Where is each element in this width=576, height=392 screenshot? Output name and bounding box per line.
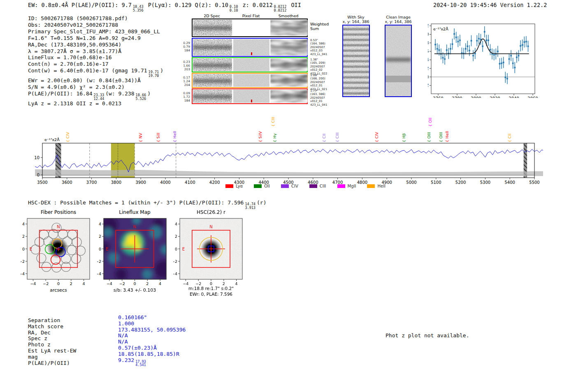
clean-image-coords: x, y: 164, 386 [380,19,417,24]
qz-value: Q(z): 0.10 [195,2,228,8]
plae-poii-detail: P(LAE)/P(OII): 16.8423.3312.44(w: 9.2381… [28,90,163,100]
fiber-positions-panel: −4−4−2−2002244Fiber PositionsNEarcsecs [21,208,97,297]
x-tick-label: 4 [83,281,85,286]
y-tick-label: −4 [173,271,177,276]
cutout-box [192,73,308,88]
x-tick-label: 5500 [529,180,539,185]
ewr-plae-caption: EWr: 0, PLAE: 7.596 [190,292,232,297]
data-point [509,58,510,60]
data-point [499,63,501,65]
cutout-row-fiber-4: 0.091.721841.77"(163, 386)20240507v012_0… [181,88,337,104]
col-title-2dspec: 2D Spec [192,14,232,18]
with-sky-coords: x, y: 164, 386 [337,19,374,24]
summary-header: EW: 0.8±0.4Å P(LAE)/P(OII): 9.718.435.35… [28,2,301,12]
trace-streak [270,79,308,83]
emission-line-label: { HeII [445,131,449,142]
data-point [493,54,495,56]
data-point [459,39,461,41]
x-tick-label: 4 [235,281,238,286]
cutout-cell-spec2d [193,90,232,103]
legend-label: CIII [320,184,326,188]
cutout-cell-spec2d [193,39,232,56]
cutout-cell-spec2d [193,74,232,87]
emission-line-label: { Hγ [272,133,277,142]
x-tick-label: 5000 [406,180,416,185]
y-tick-label: 0 [428,75,429,79]
trace-streak [270,63,308,67]
clean-image-title: Clean Image [380,15,417,19]
x-tick-label: 5200 [455,180,466,185]
x-tick-label: 3700 [86,180,97,185]
y-tick-label: 8 [428,41,429,45]
line-center-marker [251,100,252,102]
y-tick-label: 4 [175,222,177,226]
x-tick-label: −4 [30,281,36,286]
data-point [490,49,491,51]
legend-item: Lyα [225,184,243,188]
x-tick-label: −4 [107,281,112,286]
y-tick-label: 2 [99,234,101,239]
match-row-value: 9.23217.934.541 [118,357,186,367]
plot-frame [431,24,535,94]
data-point [472,55,474,56]
emission-line-label: { CIV [65,132,70,142]
x-tick-label: −2 [195,281,201,286]
x-tick-label: 2 [146,281,149,286]
sb-caption: s/b: 3.43 +/- 0.103 [114,288,156,293]
data-point [514,67,516,68]
y-tick-label: 0 [37,173,39,177]
y-tick-label: −4 [97,271,101,276]
data-point [478,38,480,39]
y-tick-label: 2 [22,234,25,239]
y-tick-label: −2 [97,259,101,264]
x-tick-label: 3800 [111,180,121,185]
emission-line-label: { SiII [156,133,160,142]
cutout-cell-pixelflat [233,74,269,87]
north-label: N [57,225,60,229]
emission-line-label: { Hβ [402,133,406,142]
data-point [439,49,440,51]
ewr: EWr = 2.00(±0.80) (w: 0.84(±0.34))Å [28,77,163,84]
x-tick-label: 3780 [452,96,462,98]
cont-n: Cont(n) = 2.70(±0.16)e-17 [28,61,163,67]
data-point [525,41,527,42]
y-tick-label: 0 [175,247,177,251]
cutout-row-fiber-1: 0.290.791840.53"(164, 386)20240507v012_0… [181,38,337,57]
emission-line-label: { HeII [172,131,177,142]
version-label: Version 1.22.2 [500,2,547,8]
data-point [484,31,485,32]
cutout-row-fiber-3: 0.171.242041.00"(166, 200)20240507v012_0… [181,73,337,88]
cutout-cell-smoothed [270,39,308,56]
y-tick-label: −2 [21,259,25,264]
match-row-label: mag [28,354,76,360]
x-tick-label: 5300 [480,180,490,185]
cutout-source-labels: 0.53"(164, 386)20240507v012_03423_LL_041 [310,39,337,56]
cutout-row-fiber-2: 0.231.662031.36"(165, 209)20240507v012_0… [181,57,337,72]
with-sky-title: With Sky [337,15,374,19]
match-row-value: 0.57(±0.23)Å [118,345,186,351]
data-point [469,50,470,51]
detection-info-block: ID: 5002671788 (5002671788.pdf) Obs: 202… [28,15,163,107]
data-point [506,78,508,79]
y-tick-label: 6 [428,49,429,53]
legend-swatch [337,184,345,188]
data-point [482,46,483,47]
cutout-box [192,88,308,104]
data-point [512,63,514,64]
cutout-source-labels: 1.77"(163, 386)20240507v012_01423_LL_041 [310,89,337,107]
sn-chi2: S/N = 4.9(±0.6) χ² = 2.3(±0.2) [28,84,163,90]
match-row-value: 173.483155, 50.095396 [118,327,186,333]
data-point [516,57,518,58]
cutout-box [192,19,308,37]
clean-flat-band [386,76,411,82]
fiber-weight-labels: 0.231.66203 [181,60,190,71]
east-label: E [182,247,185,251]
panel-title: Fiber Positions [41,209,76,215]
emission-line-label: { OIII [427,132,431,142]
data-point [467,46,469,47]
y-tick-label: 4 [99,222,101,226]
cont-w: Cont(w) = 6.40(±0.01)e-17 (gmag 19.7119.… [28,67,163,77]
x-tick-label: −4 [183,281,188,286]
trace-streak [193,45,232,49]
x-tick-label: −2 [119,281,125,286]
